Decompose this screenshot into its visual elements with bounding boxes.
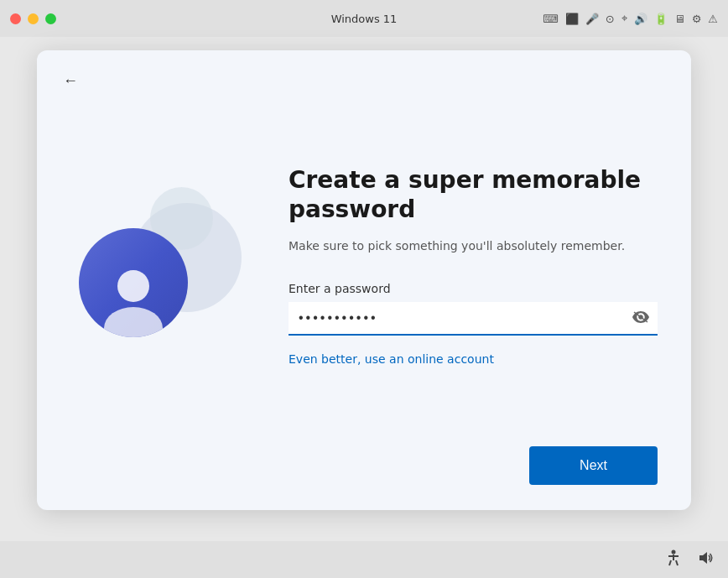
- main-content: ← Create a super memorable password Make: [0, 37, 728, 523]
- avatar-body: [104, 307, 163, 337]
- accessibility-icon[interactable]: [664, 549, 683, 571]
- avatar-circle: [79, 228, 188, 337]
- avatar-head: [117, 270, 149, 302]
- display-icon: 🖥: [674, 13, 685, 25]
- titlebar-title-text: Windows 11: [331, 13, 398, 25]
- back-button[interactable]: ←: [57, 67, 84, 94]
- svg-line-4: [669, 560, 671, 565]
- minimize-button[interactable]: [28, 13, 39, 24]
- form-area: Create a super memorable password Make s…: [289, 148, 658, 367]
- page-title: Create a super memorable password: [289, 165, 658, 224]
- record-icon: ⊙: [606, 13, 615, 25]
- content-area: Create a super memorable password Make s…: [37, 94, 691, 446]
- titlebar-icons: ⌨ ⬛ 🎤 ⊙ ⌖ 🔊 🔋 🖥 ⚙ ⚠: [543, 12, 718, 25]
- volume-bottom-icon[interactable]: [696, 549, 715, 571]
- avatar-person: [96, 262, 171, 337]
- online-account-link[interactable]: Even better, use an online account: [289, 352, 494, 366]
- cursor-icon: ⌖: [621, 12, 627, 25]
- svg-line-5: [676, 560, 678, 565]
- svg-marker-6: [699, 552, 707, 564]
- password-label: Enter a password: [289, 282, 658, 295]
- back-area: ←: [37, 50, 691, 94]
- page-subtitle: Make sure to pick something you'll absol…: [289, 237, 658, 255]
- password-input-wrapper: [289, 302, 658, 336]
- chip-icon: ⬛: [565, 13, 579, 25]
- close-button[interactable]: [10, 13, 21, 24]
- battery-icon: 🔋: [654, 13, 668, 25]
- traffic-lights: [10, 13, 56, 24]
- setup-window: ← Create a super memorable password Make: [37, 50, 691, 510]
- keyboard-icon: ⌨: [543, 13, 559, 25]
- password-input[interactable]: [289, 302, 658, 336]
- settings-icon: ⚙: [692, 13, 702, 25]
- svg-point-1: [672, 549, 676, 554]
- titlebar-title: Windows 11: [331, 13, 398, 25]
- illustration: [70, 140, 238, 375]
- titlebar: Windows 11 ⌨ ⬛ 🎤 ⊙ ⌖ 🔊 🔋 🖥 ⚙ ⚠: [0, 0, 728, 37]
- maximize-button[interactable]: [45, 13, 56, 24]
- bottom-bar: [0, 541, 728, 578]
- mic-icon: 🎤: [585, 13, 599, 25]
- next-button[interactable]: Next: [529, 446, 658, 485]
- warning-icon: ⚠: [708, 13, 718, 25]
- volume-icon: 🔊: [634, 13, 647, 25]
- toggle-password-button[interactable]: [632, 311, 649, 326]
- bottom-area: Next: [37, 446, 691, 510]
